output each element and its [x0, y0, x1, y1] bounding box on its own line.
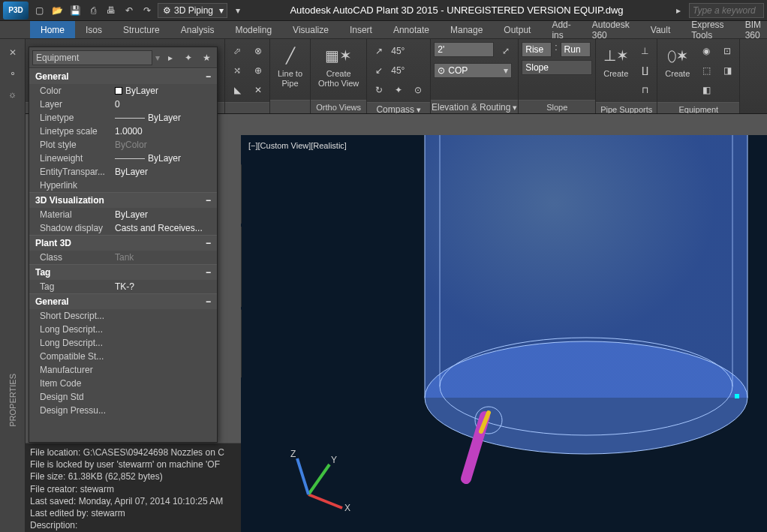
tab-analysis[interactable]: Analysis: [170, 21, 225, 38]
panel-elevation-routing[interactable]: Elevation & Routing ▾: [431, 100, 518, 113]
collapse-panel-icon[interactable]: ☼: [5, 87, 20, 102]
qat-undo-icon[interactable]: ↶: [122, 3, 137, 18]
vtab-ortho-dwg[interactable]: Orthographic DWG: [241, 227, 242, 307]
prop-short-desc[interactable]: Short Descript...: [29, 309, 217, 323]
toggle-pickadd-icon[interactable]: ★: [199, 50, 214, 65]
prop-tag[interactable]: TagTK-?: [29, 280, 217, 293]
qat-save-icon[interactable]: 💾: [68, 3, 83, 18]
model-viewport[interactable]: [−][Custom View][Realistic] Source Files…: [241, 135, 767, 532]
section-general2[interactable]: General−: [29, 293, 217, 309]
prop-class[interactable]: ClassTank: [29, 251, 217, 264]
prop-long-desc2[interactable]: Long Descript...: [29, 336, 217, 350]
connect-icon[interactable]: ⊕: [249, 62, 267, 80]
prop-shadow[interactable]: Shadow displayCasts and Receives...: [29, 221, 217, 235]
vtab-source-files[interactable]: Source Files: [241, 165, 242, 224]
compass-tool-icon[interactable]: ↻: [370, 81, 388, 99]
collapse-icon[interactable]: −: [206, 267, 211, 278]
compass-dir-icon[interactable]: ↗: [370, 42, 388, 60]
search-icon[interactable]: ▸: [671, 3, 686, 18]
equip-tool-icon[interactable]: ⊡: [718, 42, 736, 60]
compass-tool-icon[interactable]: ⊙: [409, 81, 427, 99]
properties-list[interactable]: General− ColorByLayer Layer0 LinetypeByL…: [29, 68, 217, 442]
close-panel-icon[interactable]: ✕: [5, 45, 20, 60]
tab-output[interactable]: Output: [493, 21, 541, 38]
equip-tool-icon[interactable]: ◉: [697, 42, 715, 60]
prop-layer[interactable]: Layer0: [29, 98, 217, 111]
section-plant3d[interactable]: Plant 3D−: [29, 235, 217, 251]
qat-redo-icon[interactable]: ↷: [140, 3, 155, 18]
tab-home[interactable]: Home: [30, 21, 75, 38]
prop-hyperlink[interactable]: Hyperlink: [29, 179, 217, 192]
vtab-iso-dwg[interactable]: Isometric DWG: [241, 310, 242, 377]
support-tool-icon[interactable]: ⊥: [636, 42, 654, 60]
panel-compass[interactable]: Compass ▾: [367, 102, 430, 113]
collapse-icon[interactable]: −: [206, 238, 211, 248]
ucs-icon[interactable]: X Y Z: [286, 449, 353, 517]
tab-vault[interactable]: Vault: [640, 21, 681, 38]
elevation-input[interactable]: [434, 42, 494, 57]
prop-plot-style[interactable]: Plot styleByColor: [29, 138, 217, 152]
prop-lineweight[interactable]: LineweightByLayer: [29, 152, 217, 165]
route-icon[interactable]: ⤭: [228, 62, 246, 80]
valve-icon[interactable]: ⊗: [249, 42, 267, 60]
prop-color[interactable]: ColorByLayer: [29, 84, 217, 98]
compass-tool-icon[interactable]: ✦: [390, 81, 408, 99]
tab-visualize[interactable]: Visualize: [282, 21, 339, 38]
qat-print-icon[interactable]: 🖶: [104, 3, 119, 18]
qat-new-icon[interactable]: ▢: [32, 3, 47, 18]
prop-design-std[interactable]: Design Std: [29, 390, 217, 404]
section-3d-viz[interactable]: 3D Visualization−: [29, 192, 217, 208]
prop-manufacturer[interactable]: Manufacturer: [29, 363, 217, 377]
equip-tool-icon[interactable]: ◧: [697, 81, 715, 99]
tab-insert[interactable]: Insert: [339, 21, 383, 38]
pin-panel-icon[interactable]: ⚬: [5, 66, 20, 81]
quick-select-icon[interactable]: ▸: [163, 50, 178, 65]
collapse-icon[interactable]: −: [206, 71, 211, 82]
prop-linetype-scale[interactable]: Linetype scale1.0000: [29, 125, 217, 138]
app-logo[interactable]: [3, 2, 29, 20]
equip-tool-icon[interactable]: ⬚: [697, 62, 715, 80]
break-icon[interactable]: ✕: [249, 81, 267, 99]
elev-pick-icon[interactable]: ⤢: [497, 42, 515, 60]
select-objects-icon[interactable]: ✦: [181, 50, 196, 65]
workspace-dropdown[interactable]: 3D Piping: [158, 3, 227, 18]
prop-transparency[interactable]: EntityTranspar...ByLayer: [29, 165, 217, 179]
tab-modeling[interactable]: Modeling: [224, 21, 282, 38]
tab-bim360[interactable]: BIM 360: [735, 21, 767, 38]
prop-item-code[interactable]: Item Code: [29, 377, 217, 390]
search-input[interactable]: [689, 3, 764, 18]
support-tool-icon[interactable]: ∐: [636, 62, 654, 80]
line-to-pipe-button[interactable]: ╱ Line to Pipe: [273, 42, 307, 90]
compass-dir-icon[interactable]: ↙: [370, 62, 388, 80]
create-ortho-view-button[interactable]: ▦✶ Create Ortho View: [314, 42, 363, 90]
support-tool-icon[interactable]: ⊓: [636, 81, 654, 99]
tab-structure[interactable]: Structure: [113, 21, 170, 38]
tab-annotate[interactable]: Annotate: [383, 21, 440, 38]
collapse-icon[interactable]: −: [206, 195, 211, 206]
create-equipment-button[interactable]: ⬯✶ Create: [660, 42, 694, 80]
tank-3d-model[interactable]: [391, 135, 767, 518]
prop-material[interactable]: MaterialByLayer: [29, 208, 217, 221]
equip-tool-icon[interactable]: ◨: [718, 62, 736, 80]
pipe-icon[interactable]: ⬀: [228, 42, 246, 60]
qat-saveas-icon[interactable]: ⎙: [86, 3, 101, 18]
tab-autodesk360[interactable]: Autodesk 360: [582, 21, 640, 38]
section-tag[interactable]: Tag−: [29, 264, 217, 280]
qat-open-icon[interactable]: 📂: [50, 3, 65, 18]
prop-compatible[interactable]: Compatible St...: [29, 350, 217, 363]
fitting-icon[interactable]: ◣: [228, 81, 246, 99]
viewport-label[interactable]: [−][Custom View][Realistic]: [248, 141, 347, 150]
section-general[interactable]: General−: [29, 68, 217, 84]
tab-addins[interactable]: Add-ins: [541, 21, 581, 38]
tab-manage[interactable]: Manage: [440, 21, 493, 38]
qat-more-icon[interactable]: ▾: [230, 3, 245, 18]
collapse-icon[interactable]: −: [206, 296, 211, 307]
prop-design-pressure[interactable]: Design Pressu...: [29, 404, 217, 417]
grip-icon[interactable]: [735, 394, 739, 398]
object-type-dropdown[interactable]: Equipment: [32, 50, 152, 65]
tab-isos[interactable]: Isos: [75, 21, 113, 38]
tab-express[interactable]: Express Tools: [681, 21, 734, 38]
create-support-button[interactable]: ⊥✶ Create: [599, 42, 633, 80]
cop-dropdown[interactable]: ⊙ COP: [434, 63, 512, 78]
command-history[interactable]: File location: G:\CASES\09424698 Nozzles…: [26, 443, 241, 532]
